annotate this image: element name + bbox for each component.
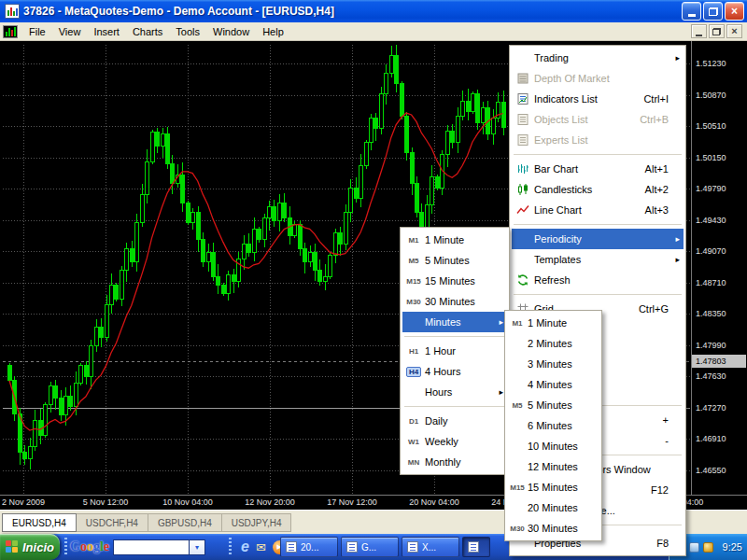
menubar-item-file[interactable]: File bbox=[22, 24, 52, 39]
taskbar-button-icon bbox=[407, 541, 418, 553]
menu-item-label: Experts List bbox=[534, 134, 587, 146]
menu-item-1-minute[interactable]: M11 Minute bbox=[402, 230, 507, 250]
menu-item-label: 15 Minutes bbox=[528, 482, 578, 493]
menu-item-candlesticks[interactable]: CandlesticksAlt+2 bbox=[512, 179, 684, 200]
menubar-item-window[interactable]: Window bbox=[206, 24, 256, 39]
menu-item-experts-list[interactable]: Experts List bbox=[512, 130, 684, 150]
child-minimize-button[interactable] bbox=[691, 24, 707, 38]
menu-item-hours[interactable]: Hours▸ bbox=[402, 382, 507, 402]
menu-item-30-minutes[interactable]: M3030 Minutes bbox=[402, 291, 507, 312]
chart-tab-usdchf-h4[interactable]: USDCHF,H4 bbox=[77, 513, 148, 532]
menu-item-shortcut: Alt+3 bbox=[636, 204, 669, 216]
menu-item-1-minute[interactable]: M11 Minute bbox=[507, 313, 599, 333]
menu-item-minutes[interactable]: Minutes▸ bbox=[402, 312, 507, 332]
menu-item-label: Refresh bbox=[534, 274, 571, 286]
menu-item-label: 2 Minutes bbox=[528, 338, 572, 349]
menu-item-12-minutes[interactable]: 12 Minutes bbox=[507, 456, 599, 477]
chart-tab-gbpusd-h4[interactable]: GBPUSD,H4 bbox=[148, 513, 222, 532]
internet-explorer-icon[interactable]: e bbox=[241, 539, 249, 554]
menu-item-templates[interactable]: Templates▸ bbox=[512, 249, 684, 270]
menu-item-label: 15 Minutes bbox=[425, 275, 475, 287]
taskbar-button-20[interactable]: 20... bbox=[280, 537, 338, 557]
menubar-items: FileViewInsertChartsToolsWindowHelp bbox=[22, 24, 290, 39]
menu-item-line-chart[interactable]: Line ChartAlt+3 bbox=[512, 200, 684, 220]
restore-button[interactable] bbox=[703, 2, 723, 21]
menu-item-refresh[interactable]: Refresh bbox=[512, 270, 684, 290]
timeframe-badge-m5: M5 bbox=[512, 401, 522, 410]
menu-item-shortcut: + bbox=[654, 414, 669, 426]
bar-chart-icon bbox=[512, 162, 534, 175]
chart-child-icon[interactable] bbox=[3, 25, 18, 38]
price-axis-label: 1.49790 bbox=[696, 184, 745, 193]
menu-item-4-minutes[interactable]: 4 Minutes bbox=[507, 374, 599, 395]
menu-item-10-minutes[interactable]: 10 Minutes bbox=[507, 436, 599, 456]
menu-item-label: 3 Minutes bbox=[528, 358, 572, 370]
price-axis-label: 1.47630 bbox=[696, 371, 745, 381]
menu-item-20-minutes[interactable]: 20 Minutes bbox=[507, 497, 599, 518]
taskbar-button-g[interactable]: G... bbox=[341, 537, 399, 557]
taskbar-button-active-app[interactable] bbox=[462, 537, 490, 557]
app-icon bbox=[5, 4, 20, 19]
chart-tab-usdjpy-h4[interactable]: USDJPY,H4 bbox=[222, 513, 292, 532]
price-axis-label: 1.46550 bbox=[696, 466, 745, 475]
quick-launch-area: e ✉ ▶ bbox=[226, 534, 287, 560]
taskbar-button-x[interactable]: X... bbox=[402, 537, 459, 557]
menu-item-15-minutes[interactable]: M1515 Minutes bbox=[402, 271, 507, 291]
child-window-controls: × bbox=[691, 24, 747, 38]
network-icon[interactable] bbox=[689, 542, 699, 553]
menu-item-label: Candlesticks bbox=[534, 184, 592, 195]
quick-launch-grip[interactable] bbox=[229, 538, 232, 556]
menubar-item-charts[interactable]: Charts bbox=[126, 24, 169, 39]
start-button[interactable]: Inicio bbox=[0, 534, 60, 560]
menu-item-periodicity[interactable]: Periodicity▸ bbox=[512, 229, 684, 249]
menu-item-4-hours[interactable]: H44 Hours bbox=[402, 361, 507, 382]
deskband-grip[interactable] bbox=[64, 538, 67, 556]
mail-icon[interactable]: ✉ bbox=[256, 541, 266, 553]
menu-item-shortcut: Alt+1 bbox=[636, 163, 669, 175]
candlesticks-icon bbox=[512, 183, 534, 196]
menu-item-trading[interactable]: Trading▸ bbox=[512, 48, 684, 68]
taskbar-button-icon bbox=[468, 541, 479, 553]
menubar-item-view[interactable]: View bbox=[52, 24, 88, 39]
menubar-item-help[interactable]: Help bbox=[256, 24, 290, 39]
menu-item-label: Minutes bbox=[425, 316, 461, 328]
menu-item-label: Indicators List bbox=[534, 93, 598, 105]
objects-list-icon bbox=[512, 113, 534, 126]
menu-item-shortcut: Ctrl+I bbox=[634, 93, 669, 105]
menu-item-6-minutes[interactable]: 6 Minutes bbox=[507, 415, 599, 436]
chart-tab-eurusd-h4[interactable]: EURUSD,H4 bbox=[2, 513, 77, 532]
menu-item-5-minutes[interactable]: M55 Minutes bbox=[402, 250, 507, 271]
menu-item-depth-of-market[interactable]: Depth Of Market bbox=[512, 68, 684, 89]
child-restore-button[interactable] bbox=[709, 24, 725, 38]
child-close-button[interactable]: × bbox=[726, 24, 742, 38]
google-search-dropdown[interactable]: ▾ bbox=[190, 539, 205, 555]
close-button[interactable]: × bbox=[725, 2, 744, 21]
timeframe-badge-d1: D1 bbox=[409, 417, 418, 426]
google-search-input[interactable] bbox=[113, 539, 190, 555]
menu-item-label: 1 Minute bbox=[425, 234, 464, 245]
price-axis-label: 1.50870 bbox=[696, 91, 745, 100]
time-axis-label: 17 Nov 12:00 bbox=[310, 497, 394, 507]
periodicity-submenu: M11 MinuteM55 MinutesM1515 MinutesM3030 … bbox=[400, 227, 510, 475]
menu-bar: FileViewInsertChartsToolsWindowHelp × bbox=[0, 22, 747, 41]
menubar-item-insert[interactable]: Insert bbox=[87, 24, 126, 39]
menu-item-1-hour[interactable]: H11 Hour bbox=[402, 341, 507, 361]
menu-item-indicators-list[interactable]: Indicators ListCtrl+I bbox=[512, 89, 684, 109]
menu-item-monthly[interactable]: MNMonthly bbox=[402, 452, 507, 472]
menubar-item-tools[interactable]: Tools bbox=[169, 24, 206, 39]
menu-item-30-minutes[interactable]: M3030 Minutes bbox=[507, 518, 599, 539]
menu-item-label: 10 Minutes bbox=[528, 441, 578, 452]
menu-item-5-minutes[interactable]: M55 Minutes bbox=[507, 395, 599, 415]
menu-item-weekly[interactable]: W1Weekly bbox=[402, 431, 507, 452]
volume-icon[interactable] bbox=[703, 542, 713, 553]
menu-item-label: Trading bbox=[534, 52, 569, 63]
title-bar[interactable]: 37826 - MetaQuotes-Demo - Demo Account -… bbox=[0, 0, 747, 22]
menu-item-2-minutes[interactable]: 2 Minutes bbox=[507, 333, 599, 354]
menu-item-objects-list[interactable]: Objects ListCtrl+B bbox=[512, 109, 684, 130]
minimize-button[interactable] bbox=[682, 2, 701, 21]
menu-item-15-minutes[interactable]: M1515 Minutes bbox=[507, 477, 599, 497]
menu-item-daily[interactable]: D1Daily bbox=[402, 411, 507, 431]
menu-item-bar-chart[interactable]: Bar ChartAlt+1 bbox=[512, 159, 684, 179]
menu-item-3-minutes[interactable]: 3 Minutes bbox=[507, 354, 599, 374]
menu-separator bbox=[514, 294, 682, 295]
